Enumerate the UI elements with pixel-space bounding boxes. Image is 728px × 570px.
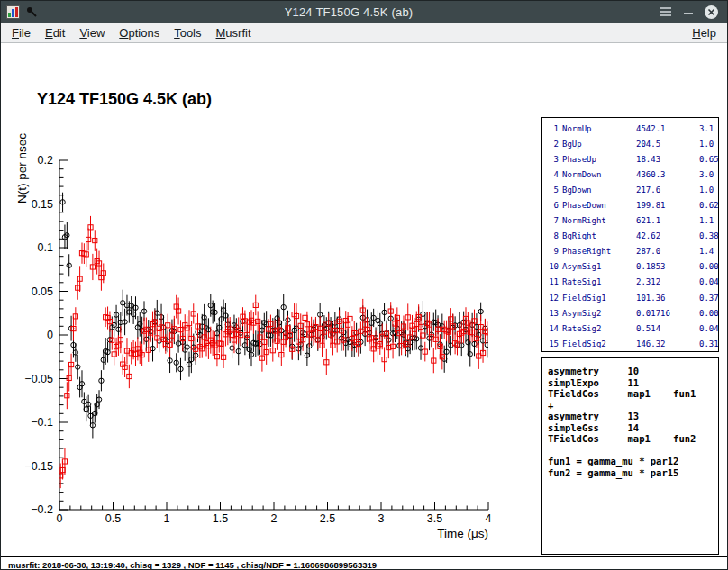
param-no: 1: [545, 124, 559, 133]
param-error: 0.62: [699, 201, 719, 210]
canvas-area: Y124 TF150G 4.5K (ab) 00.511.522.533.54−…: [1, 43, 727, 569]
param-no: 8: [545, 231, 559, 240]
musrview-window: Y124 TF150G 4.5K (ab) FileEditViewOption…: [0, 0, 728, 570]
param-row: 3PhaseUp18.430.65: [545, 151, 718, 167]
svg-text:−0.2: −0.2: [31, 503, 53, 516]
param-value: 4360.3: [636, 170, 696, 179]
param-name: PhaseUp: [562, 155, 632, 164]
param-value: 2.312: [636, 277, 696, 286]
svg-text:−0.05: −0.05: [24, 373, 53, 385]
svg-text:0.2: 0.2: [38, 154, 53, 167]
svg-text:0.15: 0.15: [32, 198, 53, 211]
param-error: 0.0028: [699, 262, 719, 271]
param-row: 2BgUp204.51.0: [545, 136, 718, 151]
svg-text:2: 2: [271, 512, 278, 525]
menubar-right: Help: [685, 23, 723, 42]
param-no: 7: [545, 216, 559, 225]
menu-item-musrfit[interactable]: Musrfit: [209, 23, 259, 42]
axes: [59, 160, 488, 510]
separator-line: [1, 556, 727, 557]
param-name: NormUp: [562, 124, 632, 133]
param-value: 0.1853: [636, 262, 696, 271]
param-row: 9PhaseRight287.01.4: [545, 244, 718, 259]
param-error: 3.1: [699, 124, 718, 133]
close-icon[interactable]: [705, 5, 718, 19]
param-value: 621.1: [636, 216, 696, 225]
param-value: 18.43: [636, 155, 696, 164]
param-name: NormDown: [562, 170, 632, 179]
param-no: 12: [545, 294, 559, 303]
param-row: 5BgDown217.61.0: [545, 182, 718, 197]
svg-text:0: 0: [57, 512, 63, 525]
param-row: 13AsymSig20.017160.00098: [545, 305, 718, 321]
svg-text:1: 1: [164, 512, 170, 525]
param-value: 0.01716: [636, 309, 696, 318]
svg-text:N(t) per nsec: N(t) per nsec: [15, 133, 29, 204]
svg-text:0.05: 0.05: [32, 285, 53, 298]
svg-text:2.5: 2.5: [320, 512, 335, 525]
series-h4-points: [59, 216, 490, 488]
param-no: 11: [545, 277, 559, 286]
theory-box: asymmetry 10 simplExpo 11 TFieldCos map1…: [541, 357, 719, 555]
theory-text: asymmetry 10 simplExpo 11 TFieldCos map1…: [548, 366, 718, 478]
menu-item-help[interactable]: Help: [685, 23, 723, 42]
param-row: 7NormRight621.11.1: [545, 213, 718, 229]
menubar-items: FileEditViewOptionsToolsMusrfit: [5, 23, 259, 42]
param-error: 0.38: [699, 231, 719, 240]
param-no: 2: [545, 140, 559, 149]
menu-item-tools[interactable]: Tools: [167, 23, 208, 42]
param-error: 0.31: [699, 339, 719, 348]
param-name: FieldSig1: [562, 294, 632, 303]
menu-item-view[interactable]: View: [72, 23, 112, 42]
menu-item-file[interactable]: File: [5, 23, 38, 42]
fit-status-line: musrfit: 2018-06-30, 13:19:40, chisq = 1…: [8, 560, 377, 570]
param-no: 3: [545, 155, 559, 164]
param-name: PhaseDown: [562, 201, 632, 210]
param-error: 0.00098: [699, 309, 719, 318]
param-error: 1.1: [699, 216, 718, 225]
titlebar: Y124 TF150G 4.5K (ab): [1, 1, 727, 23]
param-no: 5: [545, 185, 559, 195]
svg-text:−0.15: −0.15: [24, 460, 53, 473]
param-error: 0.65: [699, 155, 719, 164]
param-error: 0.37: [699, 294, 719, 303]
param-error: 1.0: [699, 140, 718, 149]
param-row: 12FieldSig1101.360.37: [545, 290, 718, 305]
series-h3-points: [58, 130, 489, 439]
param-no: 4: [545, 170, 559, 179]
svg-text:3: 3: [378, 512, 385, 525]
param-name: AsymSig1: [562, 262, 632, 271]
menu-item-options[interactable]: Options: [112, 23, 167, 42]
fit-parameter-box: 1NormUp4542.13.12BgUp204.51.03PhaseUp18.…: [541, 117, 719, 352]
svg-text:4: 4: [486, 512, 492, 525]
param-value: 217.6: [636, 185, 696, 195]
param-error: 0.045: [699, 324, 719, 333]
param-row: 4NormDown4360.33.0: [545, 167, 718, 182]
param-error: 0.043: [699, 277, 719, 286]
param-no: 6: [545, 201, 559, 210]
param-row: 11RateSig12.3120.043: [545, 275, 718, 290]
pin-icon[interactable]: [25, 5, 38, 18]
param-name: BgDown: [562, 185, 632, 195]
param-no: 15: [545, 339, 559, 348]
plot-canvas[interactable]: 00.511.522.533.54−0.2−0.15−0.1−0.0500.05…: [1, 86, 541, 570]
svg-text:Time (μs): Time (μs): [437, 527, 488, 540]
param-error: 1.0: [699, 185, 718, 195]
menu-icon[interactable]: [660, 6, 672, 17]
svg-text:0.5: 0.5: [105, 512, 121, 525]
param-name: RateSig1: [562, 277, 632, 286]
svg-text:0.1: 0.1: [38, 241, 53, 254]
param-name: FieldSig2: [562, 339, 632, 348]
param-name: RateSig2: [562, 324, 632, 333]
minimize-icon[interactable]: [683, 6, 694, 17]
param-value: 42.62: [636, 231, 696, 240]
param-value: 199.81: [636, 201, 696, 210]
param-row: 1NormUp4542.13.1: [545, 121, 718, 136]
menu-item-edit[interactable]: Edit: [38, 23, 72, 42]
param-name: AsymSig2: [562, 309, 632, 318]
svg-text:1.5: 1.5: [213, 512, 228, 525]
param-value: 204.5: [636, 140, 696, 149]
param-value: 146.32: [636, 339, 696, 348]
param-value: 287.0: [636, 247, 696, 256]
app-icon: [6, 5, 20, 19]
